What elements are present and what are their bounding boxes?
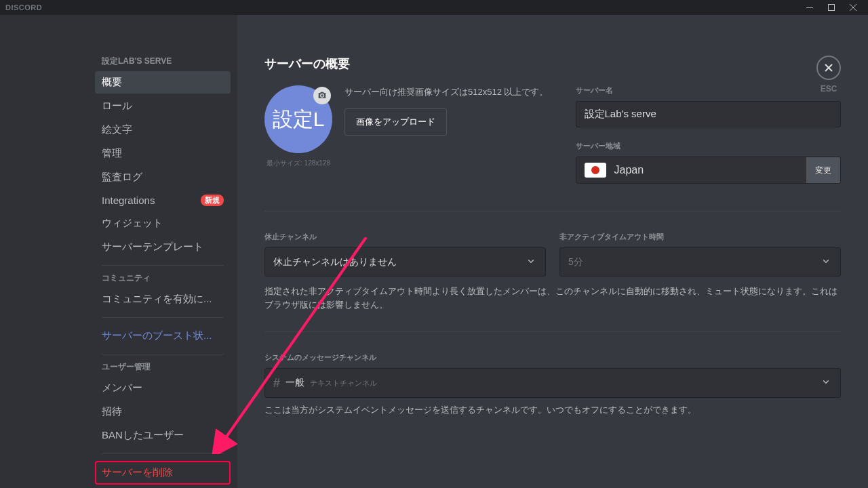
sidebar-category-community: コミュニティ	[95, 272, 231, 288]
afk-timeout-label: 非アクティブタイムアウト時間	[559, 232, 841, 242]
brand-label: DISCORD	[5, 3, 42, 12]
upload-icon	[313, 87, 331, 104]
divider	[102, 453, 224, 454]
server-region-label: サーバー地域	[576, 141, 842, 151]
sidebar-item-label: サーバーを削除	[102, 466, 173, 479]
sidebar-item-community-enable[interactable]: コミュニティを有効に...	[95, 288, 231, 310]
system-channel-label: システムのメッセージチャンネル	[264, 352, 841, 363]
new-badge: 新規	[201, 195, 224, 206]
page-title: サーバーの概要	[264, 56, 841, 72]
sidebar-item-label: Integrations	[102, 195, 155, 206]
close-area: ESC	[816, 56, 841, 94]
sidebar-item-label: 招待	[102, 405, 122, 418]
server-name-input[interactable]	[576, 101, 842, 127]
sidebar-item-template[interactable]: サーバーテンプレート	[95, 236, 231, 258]
sidebar-item-members[interactable]: メンバー	[95, 377, 231, 399]
minimize-button[interactable]	[800, 0, 819, 15]
minimize-icon	[806, 7, 813, 8]
sidebar-item-overview[interactable]: 概要	[95, 71, 231, 94]
maximize-icon	[828, 4, 835, 11]
region-change-button[interactable]: 変更	[806, 157, 840, 183]
sidebar-category-users: ユーザー管理	[95, 361, 231, 377]
titlebar: DISCORD	[0, 0, 868, 15]
region-selector: Japan 変更	[576, 157, 842, 184]
sidebar-item-bans[interactable]: BANしたユーザー	[95, 424, 231, 447]
divider	[102, 354, 224, 354]
hash-icon: #	[273, 376, 280, 390]
svg-rect-0	[806, 7, 813, 8]
japan-flag-icon	[585, 163, 606, 178]
sidebar-item-label: 概要	[102, 76, 122, 89]
upload-image-button[interactable]: 画像をアップロード	[344, 108, 447, 136]
divider	[102, 317, 224, 318]
region-display: Japan	[576, 157, 807, 183]
maximize-button[interactable]	[822, 0, 841, 15]
system-channel-select[interactable]: # 一般 テキストチャンネル	[264, 368, 841, 398]
upload-description: サーバー向け推奨画像サイズは512x512 以上です。	[344, 85, 549, 99]
sidebar-item-emoji[interactable]: 絵文字	[95, 119, 231, 141]
afk-channel-value: 休止チャンネルはありません	[273, 256, 397, 268]
divider	[102, 265, 224, 266]
sidebar-item-label: サーバーのブースト状...	[102, 329, 212, 342]
svg-rect-1	[829, 5, 835, 11]
sidebar-item-roles[interactable]: ロール	[95, 95, 231, 117]
chevron-down-icon	[820, 375, 832, 390]
afk-channel-label: 休止チャンネル	[264, 232, 546, 242]
sidebar-item-label: ウィジェット	[102, 217, 163, 230]
section-divider	[264, 211, 841, 211]
afk-channel-select[interactable]: 休止チャンネルはありません	[264, 247, 546, 277]
x-icon	[823, 62, 834, 73]
sidebar-item-moderation[interactable]: 管理	[95, 142, 231, 165]
system-channel-help: ここは当方がシステムイベントメッセージを送信するチャンネルです。いつでもオフにす…	[264, 403, 841, 417]
region-value: Japan	[614, 164, 644, 176]
sidebar-item-label: BANしたユーザー	[102, 429, 184, 442]
sidebar-item-label: 絵文字	[102, 123, 132, 136]
afk-timeout-value: 5分	[568, 256, 583, 268]
sidebar-item-auditlog[interactable]: 監査ログ	[95, 166, 231, 188]
settings-sidebar: 設定LAB'S SERVE 概要 ロール 絵文字 管理 監査ログ Integra…	[0, 15, 237, 488]
close-window-button[interactable]	[844, 0, 863, 15]
sidebar-item-integrations[interactable]: Integrations 新規	[95, 190, 231, 211]
avatar-hint: 最小サイズ: 128x128	[264, 159, 332, 168]
sidebar-item-label: メンバー	[102, 382, 142, 394]
section-divider	[264, 331, 841, 332]
settings-content: ESC サーバーの概要 設定L 最小サイズ: 128x128 サーバー向け推奨画…	[237, 15, 868, 488]
sidebar-item-label: 監査ログ	[102, 171, 142, 184]
sidebar-item-delete-server[interactable]: サーバーを削除	[95, 461, 231, 485]
chevron-down-icon	[525, 255, 537, 269]
sidebar-item-label: サーバーテンプレート	[102, 241, 203, 253]
system-channel-value: 一般	[285, 377, 304, 389]
sidebar-item-boost[interactable]: サーバーのブースト状...	[95, 325, 231, 347]
sidebar-header: 設定LAB'S SERVE	[95, 56, 231, 71]
server-avatar-box[interactable]: 設定L	[264, 85, 332, 153]
sidebar-item-label: 管理	[102, 147, 122, 160]
sidebar-item-label: ロール	[102, 100, 132, 113]
system-channel-category: テキストチャンネル	[310, 378, 377, 388]
window-controls	[800, 0, 863, 15]
close-icon	[850, 4, 856, 11]
close-settings-button[interactable]	[816, 56, 841, 80]
sidebar-item-widget[interactable]: ウィジェット	[95, 212, 231, 235]
afk-timeout-select[interactable]: 5分	[559, 247, 841, 277]
sidebar-item-invites[interactable]: 招待	[95, 401, 231, 423]
sidebar-item-label: コミュニティを有効に...	[102, 293, 212, 306]
server-name-label: サーバー名	[576, 85, 842, 96]
close-label: ESC	[816, 84, 841, 94]
chevron-down-icon	[820, 255, 832, 269]
afk-help-text: 指定された非アクティブタイムアウト時間より長く放置したメンバーは、このチャンネル…	[264, 285, 841, 311]
